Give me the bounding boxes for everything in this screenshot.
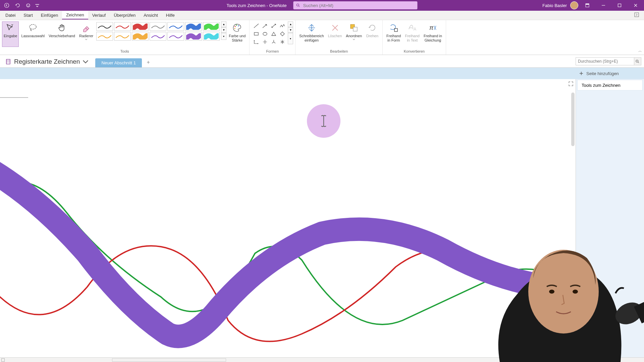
add-section-button[interactable]: + — [145, 59, 152, 66]
svg-rect-6 — [586, 4, 589, 5]
search-icon — [296, 3, 301, 8]
shape-axes-3d[interactable] — [270, 38, 278, 46]
gallery-down-button[interactable]: ▼ — [221, 27, 226, 33]
shape-axes-2d[interactable] — [252, 38, 260, 46]
collapse-ribbon-button[interactable]: ︿ — [638, 48, 642, 53]
menu-start[interactable]: Start — [19, 11, 37, 19]
shape-axes-quad[interactable] — [261, 38, 269, 46]
global-search-input[interactable] — [303, 3, 415, 8]
shapes-more-button[interactable]: ▾ — [288, 33, 293, 44]
shape-arrow[interactable] — [261, 22, 269, 29]
shape-line[interactable] — [252, 22, 260, 29]
shape-triangle[interactable] — [270, 30, 278, 38]
pen-swatch[interactable] — [150, 22, 166, 31]
svg-rect-15 — [254, 33, 258, 35]
fullscreen-button[interactable] — [568, 81, 574, 88]
svg-point-2 — [27, 5, 28, 5]
svg-text:π: π — [429, 24, 434, 31]
text-cursor-icon — [319, 115, 329, 127]
shape-axes-3d-full[interactable] — [278, 38, 286, 46]
menu-zeichnen[interactable]: Zeichnen — [62, 11, 88, 19]
hand-button[interactable]: Verschiebehand — [47, 21, 77, 47]
gallery-more-button[interactable]: ▾ — [221, 33, 226, 40]
share-button[interactable] — [631, 11, 643, 20]
schreibbereich-button[interactable]: Schreibbereich einfügen — [298, 21, 325, 47]
group-label-konvertieren: Konvertieren — [404, 49, 425, 54]
pen-swatch[interactable] — [203, 22, 220, 31]
add-page-button[interactable]: Seite hinzufügen — [576, 68, 644, 79]
pen-swatch[interactable] — [114, 22, 131, 31]
minimize-button[interactable] — [596, 0, 610, 11]
anordnen-button[interactable]: Anordnen — [344, 21, 364, 47]
title-placeholder[interactable] — [0, 96, 28, 98]
ink-to-shape-icon — [388, 22, 399, 33]
global-search[interactable] — [293, 1, 418, 9]
page-item[interactable]: Tools zum Zeichnen — [577, 80, 643, 90]
freihand-text-button: A Freihand in Text — [403, 21, 421, 47]
pen-swatch[interactable] — [132, 22, 149, 31]
shape-gallery — [252, 21, 287, 46]
freihand-gleichung-button[interactable]: π Freihand in Gleichung — [422, 21, 444, 47]
pen-swatch[interactable] — [203, 32, 220, 41]
farbe-staerke-button[interactable]: Farbe und Stärke — [227, 21, 247, 47]
local-search[interactable] — [576, 57, 641, 65]
user-avatar[interactable] — [570, 1, 578, 9]
svg-point-11 — [235, 26, 236, 27]
undo-button[interactable] — [13, 1, 21, 9]
pen-swatch[interactable] — [96, 32, 113, 41]
canvas[interactable] — [0, 79, 576, 357]
pen-swatch[interactable] — [150, 32, 166, 41]
shape-double-arrow[interactable] — [270, 22, 278, 29]
shape-rect[interactable] — [252, 30, 260, 38]
pen-swatch[interactable] — [167, 32, 184, 41]
pen-swatch[interactable] — [96, 22, 113, 31]
qat-customize-button[interactable] — [35, 1, 40, 9]
ribbon-group-formen: ▲ ▼ ▾ Formen — [250, 20, 296, 55]
loeschen-button: Löschen — [326, 21, 344, 47]
maximize-button[interactable] — [612, 0, 627, 11]
svg-rect-8 — [635, 13, 639, 17]
menu-einfuegen[interactable]: Einfügen — [37, 11, 62, 19]
canvas-scrollbar[interactable] — [571, 93, 575, 146]
plus-icon — [579, 71, 584, 76]
pen-swatch[interactable] — [114, 32, 131, 41]
local-search-button[interactable] — [634, 58, 641, 65]
shape-ellipse[interactable] — [261, 30, 269, 38]
menu-bar: Datei Start Einfügen Zeichnen Verlauf Üb… — [0, 11, 644, 20]
menu-hilfe[interactable]: Hilfe — [162, 11, 179, 19]
horizontal-scrollbar[interactable] — [112, 358, 226, 362]
ribbon-display-button[interactable] — [580, 0, 594, 11]
eingabe-button[interactable]: T Eingabe — [2, 21, 19, 47]
menu-ansicht[interactable]: Ansicht — [140, 11, 162, 19]
gallery-up-button[interactable]: ▲ — [221, 21, 226, 27]
shape-diamond[interactable] — [278, 30, 286, 38]
pen-swatch[interactable] — [185, 32, 202, 41]
radierer-button[interactable]: Radierer — [77, 21, 95, 47]
pen-swatch[interactable] — [167, 22, 184, 31]
section-tab[interactable]: Neuer Abschnitt 1 — [95, 58, 142, 67]
svg-text:A: A — [414, 27, 416, 32]
svg-rect-22 — [6, 59, 10, 64]
menu-ueberpruefen[interactable]: Überprüfen — [110, 11, 140, 19]
shapes-up-button[interactable]: ▲ — [288, 21, 293, 27]
menu-verlauf[interactable]: Verlauf — [88, 11, 110, 19]
rotate-icon — [367, 22, 378, 33]
ribbon-group-tools: T Eingabe Lassoauswahl Verschiebehand Ra… — [0, 20, 250, 55]
shape-zigzag[interactable] — [278, 22, 286, 29]
menu-datei[interactable]: Datei — [1, 11, 19, 19]
ink-strokes — [0, 79, 576, 357]
notebook-dropdown[interactable]: Registerkarte Zeichnen — [3, 57, 91, 67]
back-button[interactable] — [3, 1, 11, 9]
lasso-button[interactable]: Lassoauswahl — [19, 21, 46, 47]
chevron-down-icon — [85, 39, 88, 41]
group-label-bearbeiten: Bearbeiten — [330, 49, 348, 54]
touch-mode-button[interactable] — [24, 1, 32, 9]
freihand-form-button[interactable]: Freihand in Form — [385, 21, 402, 47]
scroll-left-button[interactable] — [1, 358, 5, 362]
close-button[interactable] — [629, 0, 643, 11]
type-cursor-icon: T — [5, 22, 16, 33]
pen-swatch[interactable] — [132, 32, 149, 41]
shapes-down-button[interactable]: ▼ — [288, 27, 293, 33]
pen-swatch[interactable] — [185, 22, 202, 31]
local-search-input[interactable] — [576, 59, 634, 64]
